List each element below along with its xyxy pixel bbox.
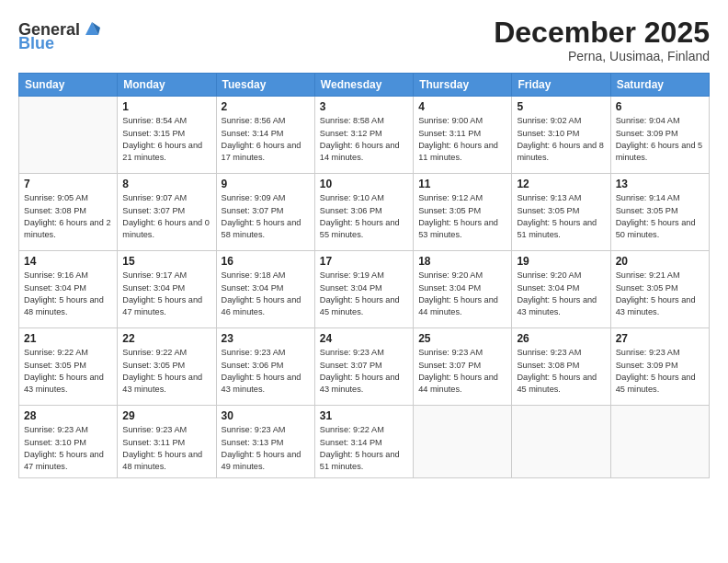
day-info: Sunrise: 9:22 AM Sunset: 3:14 PM Dayligh…: [320, 424, 408, 473]
day-info: Sunrise: 9:19 AM Sunset: 3:04 PM Dayligh…: [320, 270, 408, 318]
calendar-cell: 23Sunrise: 9:23 AM Sunset: 3:06 PM Dayli…: [216, 328, 314, 406]
calendar-cell: 26Sunrise: 9:23 AM Sunset: 3:08 PM Dayli…: [512, 328, 610, 406]
weekday-monday: Monday: [118, 74, 216, 97]
day-number: 18: [418, 255, 506, 268]
day-info: Sunrise: 9:02 AM Sunset: 3:10 PM Dayligh…: [517, 115, 605, 164]
day-info: Sunrise: 9:22 AM Sunset: 3:05 PM Dayligh…: [24, 347, 112, 396]
calendar-cell: 12Sunrise: 9:13 AM Sunset: 3:05 PM Dayli…: [512, 174, 610, 251]
day-info: Sunrise: 9:13 AM Sunset: 3:05 PM Dayligh…: [517, 192, 605, 241]
day-info: Sunrise: 9:10 AM Sunset: 3:06 PM Dayligh…: [320, 192, 408, 241]
weekday-sunday: Sunday: [19, 74, 118, 97]
logo-icon: [82, 18, 102, 39]
day-info: Sunrise: 9:20 AM Sunset: 3:04 PM Dayligh…: [418, 270, 506, 318]
weekday-saturday: Saturday: [610, 74, 709, 97]
day-info: Sunrise: 9:00 AM Sunset: 3:11 PM Dayligh…: [418, 115, 506, 164]
calendar-cell: 10Sunrise: 9:10 AM Sunset: 3:06 PM Dayli…: [314, 174, 413, 251]
day-info: Sunrise: 9:23 AM Sunset: 3:09 PM Dayligh…: [616, 347, 704, 396]
page: General Blue December 2025 Perna, Uusima…: [0, 0, 728, 563]
day-number: 10: [320, 178, 408, 190]
calendar-cell: 29Sunrise: 9:23 AM Sunset: 3:11 PM Dayli…: [118, 406, 216, 477]
day-info: Sunrise: 9:23 AM Sunset: 3:07 PM Dayligh…: [418, 347, 506, 396]
day-number: 14: [24, 255, 112, 268]
calendar-cell: 15Sunrise: 9:17 AM Sunset: 3:04 PM Dayli…: [118, 251, 216, 328]
day-number: 29: [122, 409, 210, 422]
day-number: 19: [517, 255, 605, 268]
day-number: 11: [418, 178, 506, 190]
calendar-cell: 13Sunrise: 9:14 AM Sunset: 3:05 PM Dayli…: [610, 174, 709, 251]
calendar-cell: 14Sunrise: 9:16 AM Sunset: 3:04 PM Dayli…: [19, 251, 118, 328]
calendar-cell: [19, 97, 118, 174]
calendar-cell: 20Sunrise: 9:21 AM Sunset: 3:05 PM Dayli…: [610, 251, 709, 328]
day-info: Sunrise: 9:23 AM Sunset: 3:07 PM Dayligh…: [320, 347, 408, 396]
day-number: 17: [320, 255, 408, 268]
day-info: Sunrise: 9:14 AM Sunset: 3:05 PM Dayligh…: [616, 192, 704, 241]
day-info: Sunrise: 9:09 AM Sunset: 3:07 PM Dayligh…: [222, 192, 310, 241]
calendar-cell: 3Sunrise: 8:58 AM Sunset: 3:12 PM Daylig…: [314, 97, 413, 174]
title-area: December 2025 Perna, Uusimaa, Finland: [494, 17, 710, 63]
calendar-cell: 25Sunrise: 9:23 AM Sunset: 3:07 PM Dayli…: [414, 328, 512, 406]
day-number: 1: [122, 100, 210, 113]
day-info: Sunrise: 9:23 AM Sunset: 3:13 PM Dayligh…: [222, 424, 310, 473]
calendar-cell: 11Sunrise: 9:12 AM Sunset: 3:05 PM Dayli…: [414, 174, 512, 251]
day-info: Sunrise: 9:23 AM Sunset: 3:10 PM Dayligh…: [24, 424, 112, 473]
day-info: Sunrise: 9:12 AM Sunset: 3:05 PM Dayligh…: [418, 192, 506, 241]
day-info: Sunrise: 9:17 AM Sunset: 3:04 PM Dayligh…: [122, 270, 210, 318]
day-info: Sunrise: 9:07 AM Sunset: 3:07 PM Dayligh…: [122, 192, 210, 241]
day-number: 28: [24, 409, 112, 422]
day-number: 26: [517, 332, 605, 345]
calendar-cell: 17Sunrise: 9:19 AM Sunset: 3:04 PM Dayli…: [314, 251, 413, 328]
calendar-cell: 4Sunrise: 9:00 AM Sunset: 3:11 PM Daylig…: [414, 97, 512, 174]
calendar-cell: 7Sunrise: 9:05 AM Sunset: 3:08 PM Daylig…: [19, 174, 118, 251]
day-info: Sunrise: 9:18 AM Sunset: 3:04 PM Dayligh…: [222, 270, 310, 318]
calendar-cell: 22Sunrise: 9:22 AM Sunset: 3:05 PM Dayli…: [118, 328, 216, 406]
day-number: 20: [616, 255, 704, 268]
calendar-cell: 2Sunrise: 8:56 AM Sunset: 3:14 PM Daylig…: [216, 97, 314, 174]
day-info: Sunrise: 9:04 AM Sunset: 3:09 PM Dayligh…: [616, 115, 704, 164]
weekday-wednesday: Wednesday: [314, 74, 413, 97]
calendar-cell: 5Sunrise: 9:02 AM Sunset: 3:10 PM Daylig…: [512, 97, 610, 174]
day-info: Sunrise: 9:05 AM Sunset: 3:08 PM Dayligh…: [24, 192, 112, 241]
calendar-cell: [414, 406, 512, 477]
day-number: 30: [222, 409, 310, 422]
day-info: Sunrise: 9:23 AM Sunset: 3:11 PM Dayligh…: [122, 424, 210, 473]
calendar-cell: 28Sunrise: 9:23 AM Sunset: 3:10 PM Dayli…: [19, 406, 118, 477]
month-title: December 2025: [494, 17, 710, 49]
calendar-cell: [512, 406, 610, 477]
calendar-cell: 24Sunrise: 9:23 AM Sunset: 3:07 PM Dayli…: [314, 328, 413, 406]
weekday-header-row: Sunday Monday Tuesday Wednesday Thursday…: [19, 74, 710, 97]
day-number: 24: [320, 332, 408, 345]
calendar: Sunday Monday Tuesday Wednesday Thursday…: [18, 73, 710, 477]
day-number: 27: [616, 332, 704, 345]
day-info: Sunrise: 9:23 AM Sunset: 3:06 PM Dayligh…: [222, 347, 310, 396]
day-number: 9: [222, 178, 310, 190]
day-number: 7: [24, 178, 112, 190]
calendar-cell: 19Sunrise: 9:20 AM Sunset: 3:04 PM Dayli…: [512, 251, 610, 328]
day-info: Sunrise: 8:56 AM Sunset: 3:14 PM Dayligh…: [222, 115, 310, 164]
day-number: 4: [418, 100, 506, 113]
calendar-cell: 1Sunrise: 8:54 AM Sunset: 3:15 PM Daylig…: [118, 97, 216, 174]
logo-blue: Blue: [18, 35, 54, 52]
day-number: 15: [122, 255, 210, 268]
weekday-tuesday: Tuesday: [216, 74, 314, 97]
day-number: 2: [222, 100, 310, 113]
weekday-friday: Friday: [512, 74, 610, 97]
day-number: 23: [222, 332, 310, 345]
day-number: 16: [222, 255, 310, 268]
calendar-cell: 18Sunrise: 9:20 AM Sunset: 3:04 PM Dayli…: [414, 251, 512, 328]
day-number: 22: [122, 332, 210, 345]
day-number: 13: [616, 178, 704, 190]
calendar-cell: 6Sunrise: 9:04 AM Sunset: 3:09 PM Daylig…: [610, 97, 709, 174]
day-info: Sunrise: 9:16 AM Sunset: 3:04 PM Dayligh…: [24, 270, 112, 318]
calendar-cell: 9Sunrise: 9:09 AM Sunset: 3:07 PM Daylig…: [216, 174, 314, 251]
subtitle: Perna, Uusimaa, Finland: [494, 49, 710, 63]
weekday-thursday: Thursday: [414, 74, 512, 97]
day-info: Sunrise: 9:20 AM Sunset: 3:04 PM Dayligh…: [517, 270, 605, 318]
day-number: 8: [122, 178, 210, 190]
calendar-cell: 31Sunrise: 9:22 AM Sunset: 3:14 PM Dayli…: [314, 406, 413, 477]
day-info: Sunrise: 9:22 AM Sunset: 3:05 PM Dayligh…: [122, 347, 210, 396]
calendar-cell: 30Sunrise: 9:23 AM Sunset: 3:13 PM Dayli…: [216, 406, 314, 477]
calendar-cell: [610, 406, 709, 477]
calendar-cell: 27Sunrise: 9:23 AM Sunset: 3:09 PM Dayli…: [610, 328, 709, 406]
logo: General Blue: [18, 20, 102, 52]
day-number: 5: [517, 100, 605, 113]
